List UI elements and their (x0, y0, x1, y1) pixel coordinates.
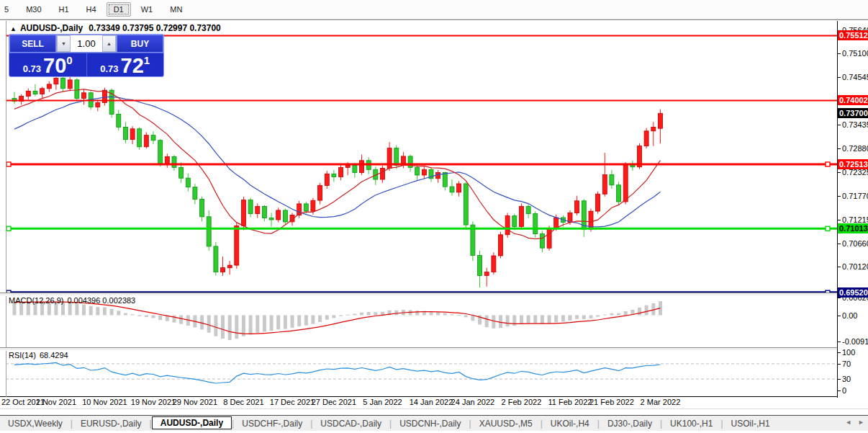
tab-audusd-daily[interactable]: AUDUSD-,Daily (152, 416, 232, 429)
date-axis: 22 Oct 20211 Nov 202110 Nov 202119 Nov 2… (0, 397, 837, 409)
panel-separator[interactable] (0, 347, 868, 351)
rsi-tick-label: 100 (842, 348, 855, 357)
axis-tick (838, 125, 841, 125)
date-tick-label: 2 Feb 2022 (498, 398, 544, 406)
price-tick-label: 0.70120 (842, 262, 868, 271)
volume-control: ▼ ▲ (56, 35, 117, 53)
chart-tab-bar: USDX,Weekly|EURUSD-,Daily|AUDUSD-,Daily|… (0, 415, 868, 431)
date-tick-label: 27 Dec 2021 (311, 398, 357, 406)
sell-price-small: 0.73 (23, 63, 41, 75)
tab-usdcnh-daily[interactable]: USDCNH-,Daily (392, 417, 469, 430)
price-tick-label: 0.75100 (842, 49, 868, 58)
timeframe-H1[interactable]: H1 (52, 2, 76, 17)
axis-tick (838, 53, 841, 54)
macd-name: MACD(12,26,9) (9, 296, 63, 305)
buy-price-big: 72 (121, 58, 144, 75)
axis-tick (838, 379, 841, 380)
chart-window: ▲AUDUSD-,Daily0.73349 0.73795 0.72997 0.… (0, 19, 868, 409)
volume-increase-icon[interactable]: ▲ (102, 35, 116, 52)
timeframe-D1[interactable]: D1 (107, 2, 131, 17)
axis-tick (838, 172, 841, 173)
axis-tick (838, 77, 841, 78)
axis-tick (838, 316, 841, 316)
price-tick-label: 0.70660 (842, 239, 868, 248)
price-axis: 0.756400.751000.745450.734350.728800.723… (837, 21, 868, 398)
date-tick-label: 19 Nov 2021 (130, 398, 176, 406)
price-level-badge: 0.74002 (838, 95, 868, 105)
axis-tick (838, 196, 841, 197)
sell-price-sup: 0 (66, 54, 72, 66)
tab-usdx-weekly[interactable]: USDX,Weekly (0, 417, 71, 430)
ohlc-values: 0.73349 0.73795 0.72997 0.73700 (89, 23, 221, 33)
date-tick-label: 1 Nov 2021 (33, 398, 79, 406)
buy-button[interactable]: BUY (117, 35, 163, 53)
tab-usoil-h1[interactable]: USOil-,H1 (723, 417, 778, 430)
tab-dj30-daily[interactable]: DJ30-,Daily (600, 417, 660, 430)
rsi-name: RSI(14) (9, 351, 36, 360)
scroll-left-icon[interactable]: ◄ (845, 419, 851, 426)
price-tick-label: 0.73435 (842, 120, 868, 129)
rsi-tick-label: 0 (842, 386, 846, 395)
axis-tick (838, 267, 841, 267)
date-tick-label: 10 Nov 2021 (81, 398, 127, 406)
date-tick-label: 24 Jan 2022 (450, 398, 496, 406)
symbol-marker-icon: ▲ (10, 25, 17, 32)
timeframe-toolbar: 5M30H1H4D1W1MN (0, 0, 868, 19)
volume-input[interactable] (71, 35, 102, 52)
axis-tick (838, 364, 841, 365)
price-level-badge: 0.73700 (838, 108, 868, 118)
macd-values: 0.004396 0.002383 (67, 296, 135, 305)
price-tick-label: 0.72880 (842, 144, 868, 153)
price-level-badge: 0.72513 (838, 159, 868, 169)
tab-usdcad-daily[interactable]: USDCAD-,Daily (312, 417, 389, 430)
tab-usdchf-daily[interactable]: USDCHF-,Daily (234, 417, 310, 430)
chart-canvas[interactable] (0, 22, 838, 398)
chart-left-border (6, 21, 6, 397)
sell-button[interactable]: SELL (9, 35, 56, 53)
sell-price-display[interactable]: 0.73 70 0 (9, 53, 86, 77)
sell-price-big: 70 (43, 58, 66, 75)
price-level-badge: 0.69520 (838, 287, 868, 298)
price-level-badge: 0.75512 (838, 30, 868, 40)
price-level-badge: 0.71013 (838, 223, 868, 233)
macd-tick-label: 0.00 (842, 311, 857, 320)
buy-price-sup: 1 (144, 54, 150, 66)
scroll-right-icon[interactable]: ► (858, 419, 864, 426)
rsi-tick-label: 30 (842, 375, 851, 383)
symbol-name: AUDUSD-,Daily (20, 23, 83, 33)
divider (0, 409, 868, 409)
date-tick-label: 17 Dec 2021 (269, 398, 315, 406)
axis-tick (838, 220, 841, 220)
rsi-tick-label: 70 (842, 360, 851, 368)
tab-eurusd-daily[interactable]: EURUSD-,Daily (73, 417, 150, 430)
price-tick-label: 0.71770 (842, 192, 868, 200)
tab-ukoil-h4[interactable]: UKOil-,H4 (543, 417, 597, 430)
date-tick-label: 8 Dec 2021 (220, 398, 266, 406)
chart-title: ▲AUDUSD-,Daily0.73349 0.73795 0.72997 0.… (10, 23, 221, 33)
tab-uk100-h1[interactable]: UK100-,H1 (662, 417, 720, 430)
tab-xauusd-m5[interactable]: XAUUSD-,M5 (471, 417, 541, 430)
axis-tick (838, 244, 841, 244)
date-tick-label: 2 Mar 2022 (637, 398, 683, 406)
timeframe-M30[interactable]: M30 (19, 2, 48, 17)
timeframe-H4[interactable]: H4 (79, 2, 104, 17)
buy-price-small: 0.73 (100, 63, 118, 75)
buy-price-display[interactable]: 0.73 72 1 (86, 53, 164, 77)
price-tick-label: 0.74545 (842, 73, 868, 81)
axis-tick (838, 390, 841, 391)
date-tick-label: 11 Feb 2022 (547, 398, 593, 406)
rsi-value: 68.4294 (40, 351, 68, 360)
timeframe-MN[interactable]: MN (163, 2, 189, 17)
timeframe-5[interactable]: 5 (0, 2, 16, 17)
macd-indicator-label: MACD(12,26,9)0.004396 0.002383 (9, 296, 139, 305)
date-tick-label: 14 Jan 2022 (408, 398, 454, 406)
date-tick-label: 29 Nov 2021 (172, 398, 218, 406)
date-tick-label: 5 Jan 2022 (359, 398, 405, 406)
one-click-trading-panel: SELL ▼ ▲ BUY 0.73 70 0 0.73 72 1 (9, 34, 164, 77)
timeframe-W1[interactable]: W1 (134, 2, 161, 17)
date-tick-label: 21 Feb 2022 (589, 398, 635, 406)
axis-tick (838, 342, 841, 342)
trading-terminal: 5M30H1H4D1W1MN ▲AUDUSD-,Daily0.73349 0.7… (0, 0, 868, 433)
volume-decrease-icon[interactable]: ▼ (57, 35, 71, 52)
rsi-indicator-label: RSI(14)68.4294 (9, 351, 72, 360)
